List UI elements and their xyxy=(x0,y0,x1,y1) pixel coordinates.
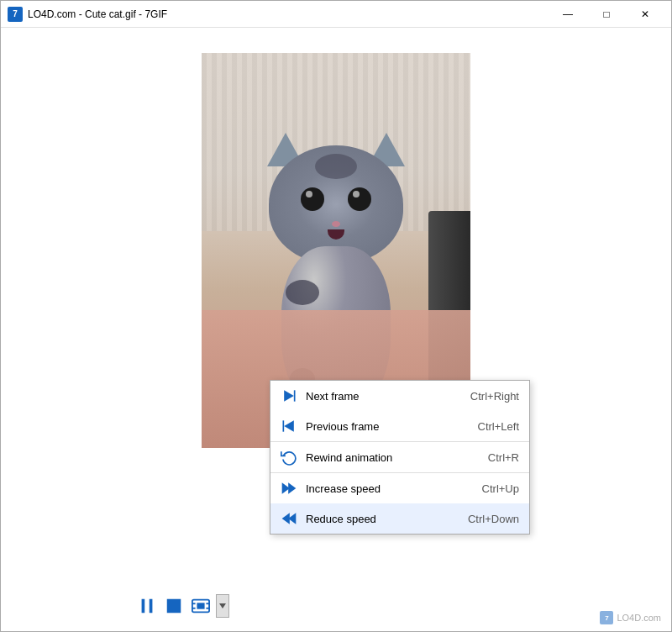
increase-speed-shortcut: Ctrl+Up xyxy=(482,482,519,495)
svg-rect-12 xyxy=(192,603,196,604)
reduce-speed-icon xyxy=(281,510,297,527)
svg-rect-16 xyxy=(197,603,204,608)
menu-item-prev-frame[interactable]: Previous frame Ctrl+Left xyxy=(270,411,529,441)
cat-patch-1 xyxy=(286,280,319,305)
menu-item-rewind[interactable]: Rewind animation Ctrl+R xyxy=(270,442,529,472)
cat-eye-left xyxy=(301,187,324,211)
svg-rect-1 xyxy=(294,390,296,401)
playback-controls xyxy=(135,594,229,618)
menu-item-next-frame[interactable]: Next frame Ctrl+Right xyxy=(270,381,529,411)
next-frame-icon xyxy=(281,387,297,404)
watermark-text: LO4D.com xyxy=(617,613,661,623)
svg-marker-7 xyxy=(282,513,290,524)
svg-rect-13 xyxy=(192,608,196,609)
next-frame-shortcut: Ctrl+Right xyxy=(470,390,519,403)
dropdown-button[interactable] xyxy=(216,594,229,618)
rewind-icon xyxy=(281,449,297,466)
menu-item-reduce-speed[interactable]: Reduce speed Ctrl+Down xyxy=(270,503,529,534)
rewind-label: Rewind animation xyxy=(306,451,480,464)
titlebar: 7 LO4D.com - Cute cat.gif - 7GIF — □ ✕ xyxy=(1,1,671,28)
rewind-shortcut: Ctrl+R xyxy=(488,451,519,464)
watermark: 7 LO4D.com xyxy=(600,611,661,624)
film-button[interactable] xyxy=(189,594,213,618)
app-icon: 7 xyxy=(8,7,23,22)
close-button[interactable]: ✕ xyxy=(626,1,664,28)
cat-nose xyxy=(332,221,340,227)
prev-frame-icon xyxy=(281,418,297,434)
increase-speed-label: Increase speed xyxy=(306,482,474,495)
increase-speed-icon xyxy=(281,480,297,497)
window-title: LO4D.com - Cute cat.gif - 7GIF xyxy=(28,8,549,20)
maximize-button[interactable]: □ xyxy=(587,1,626,28)
svg-rect-15 xyxy=(206,608,209,609)
context-menu: Next frame Ctrl+Right Previous frame Ctr… xyxy=(270,380,530,535)
prev-frame-shortcut: Ctrl+Left xyxy=(478,420,520,433)
svg-rect-8 xyxy=(142,599,145,614)
svg-rect-3 xyxy=(283,420,285,431)
content-area: Next frame Ctrl+Right Previous frame Ctr… xyxy=(1,28,671,581)
menu-item-increase-speed[interactable]: Increase speed Ctrl+Up xyxy=(270,473,529,503)
svg-rect-9 xyxy=(150,599,153,614)
controls-bar: 7 LO4D.com xyxy=(1,581,671,631)
cat-head xyxy=(269,145,403,263)
watermark-icon: 7 xyxy=(600,611,613,624)
cat-eye-right xyxy=(348,187,371,211)
minimize-button[interactable]: — xyxy=(549,1,587,28)
reduce-speed-shortcut: Ctrl+Down xyxy=(468,513,519,525)
stop-button[interactable] xyxy=(162,594,186,618)
app-window: 7 LO4D.com - Cute cat.gif - 7GIF — □ ✕ xyxy=(0,0,672,632)
svg-marker-0 xyxy=(284,390,294,401)
reduce-speed-label: Reduce speed xyxy=(306,513,459,525)
svg-marker-17 xyxy=(219,603,226,608)
svg-marker-5 xyxy=(288,482,296,493)
pause-button[interactable] xyxy=(135,594,159,618)
svg-rect-10 xyxy=(167,599,181,614)
next-frame-label: Next frame xyxy=(306,390,462,403)
window-controls: — □ ✕ xyxy=(549,1,664,28)
prev-frame-label: Previous frame xyxy=(306,420,470,433)
cat-mouth xyxy=(328,229,344,240)
svg-rect-14 xyxy=(206,603,209,604)
svg-marker-2 xyxy=(284,420,294,431)
